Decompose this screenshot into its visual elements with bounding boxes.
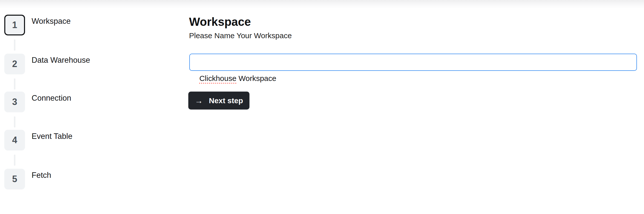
stepper-step-data-warehouse[interactable]: 2 Data Warehouse bbox=[4, 54, 90, 74]
next-step-button[interactable]: → Next step bbox=[188, 92, 249, 110]
step-label: Event Table bbox=[32, 131, 72, 141]
step-connector bbox=[14, 78, 15, 90]
step-number-badge: 4 bbox=[4, 130, 25, 151]
stepper-step-event-table[interactable]: 4 Event Table bbox=[4, 130, 72, 151]
step-number: 4 bbox=[12, 135, 17, 145]
stepper-step-connection[interactable]: 3 Connection bbox=[4, 92, 71, 112]
step-number: 3 bbox=[12, 97, 17, 107]
next-step-button-label: Next step bbox=[209, 97, 243, 105]
step-number: 2 bbox=[12, 59, 17, 69]
workspace-name-input[interactable]: Clickhouse Workspace bbox=[189, 54, 637, 71]
input-value-rest-segment: Workspace bbox=[236, 74, 276, 82]
step-connector bbox=[14, 39, 15, 51]
step-number-badge: 2 bbox=[4, 54, 25, 74]
step-number-badge: 3 bbox=[4, 92, 25, 112]
stepper-step-fetch[interactable]: 5 Fetch bbox=[4, 169, 51, 189]
stepper-step-workspace[interactable]: 1 Workspace bbox=[4, 15, 71, 35]
step-number-badge: 1 bbox=[4, 15, 25, 35]
step-connector bbox=[14, 116, 15, 127]
page-title: Workspace bbox=[189, 15, 251, 29]
arrow-right-icon: → bbox=[195, 97, 203, 105]
step-label: Workspace bbox=[32, 16, 71, 26]
input-value-misspelled-segment: Clickhouse bbox=[199, 74, 237, 82]
step-label: Fetch bbox=[32, 170, 51, 180]
page-subtitle: Please Name Your Workspace bbox=[189, 31, 292, 40]
step-label: Data Warehouse bbox=[32, 55, 90, 65]
step-number-badge: 5 bbox=[4, 169, 25, 189]
step-connector bbox=[14, 155, 15, 166]
step-number: 1 bbox=[12, 20, 17, 30]
step-number: 5 bbox=[12, 174, 17, 184]
step-label: Connection bbox=[32, 93, 71, 103]
setup-stepper: 1 Workspace 2 Data Warehouse 3 Connectio… bbox=[4, 15, 181, 192]
top-header-shadow bbox=[0, 0, 644, 9]
